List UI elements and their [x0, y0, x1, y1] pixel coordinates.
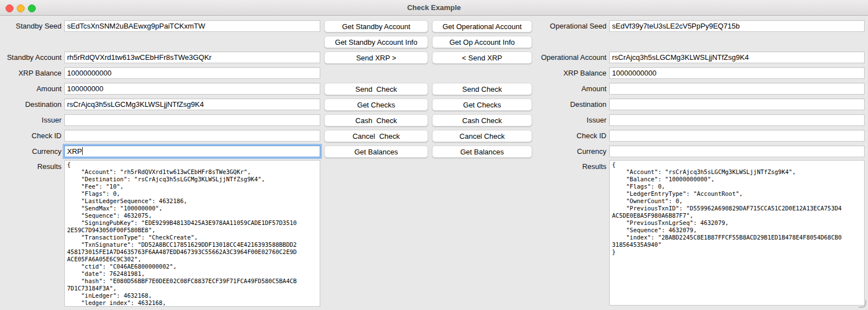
operational-currency-label: Currency	[520, 145, 606, 157]
standby-seed-label: Standby Seed	[0, 20, 61, 32]
operational-results-textarea[interactable]: { "Account": "rsCrAjcq3h5sLGCMg3KLWSLjjN…	[609, 160, 865, 306]
standby-check-id-label: Check ID	[0, 130, 61, 142]
standby-results-textarea[interactable]: { "Account": "rh5rRdQVXrd1tw613wCEbHFr8s…	[64, 160, 320, 307]
operational-check-id-label: Check ID	[520, 130, 606, 142]
operational-cash-check-button[interactable]: Cash Check	[432, 114, 532, 126]
send-xrp-left-button[interactable]: < Send XRP	[432, 51, 532, 64]
standby-cancel-check-button[interactable]: Cancel Check	[324, 130, 428, 142]
get-operational-account-button[interactable]: Get Operational Account	[432, 20, 532, 32]
standby-destination-label: Destination	[0, 98, 61, 110]
standby-amount-input[interactable]: 100000000	[64, 83, 320, 95]
standby-get-checks-button[interactable]: Get Checks	[324, 98, 428, 111]
operational-issuer-label: Issuer	[520, 114, 606, 126]
operational-get-checks-button[interactable]: Get Checks	[432, 98, 532, 111]
standby-amount-label: Amount	[0, 83, 61, 95]
standby-currency-input[interactable]: XRP	[64, 145, 320, 157]
text-cursor	[82, 147, 83, 155]
app-window: Check Example Standby Seed sEdTcsXnSNM2u…	[0, 0, 868, 310]
standby-xrp-balance-label: XRP Balance	[0, 67, 61, 79]
standby-destination-input[interactable]: rsCrAjcq3h5sLGCMg3KLWSLjjNTfZsg9K4	[64, 98, 320, 110]
window-resize-grip[interactable]	[858, 300, 866, 308]
operational-send-check-button[interactable]: Send Check	[432, 83, 532, 95]
operational-seed-input[interactable]: sEdVf39y7teU3sLE2cV5PpPy9EQ715b	[609, 20, 865, 32]
operational-destination-input[interactable]	[609, 98, 865, 110]
window-title: Check Example	[0, 0, 868, 15]
titlebar: Check Example	[0, 0, 868, 16]
standby-send-check-button[interactable]: Send Check	[324, 83, 428, 95]
standby-issuer-label: Issuer	[0, 114, 61, 126]
standby-currency-label: Currency	[0, 145, 61, 157]
operational-seed-label: Operational Seed	[520, 20, 606, 32]
standby-currency-value: XRP	[67, 147, 82, 156]
operational-check-id-input[interactable]	[609, 130, 865, 142]
operational-amount-label: Amount	[520, 83, 606, 95]
standby-xrp-balance-input[interactable]: 10000000000	[64, 67, 320, 79]
standby-issuer-input[interactable]	[64, 114, 320, 126]
standby-cash-check-button[interactable]: Cash Check	[324, 114, 428, 126]
operational-account-input[interactable]: rsCrAjcq3h5sLGCMg3KLWSLjjNTfZsg9K4	[609, 51, 865, 63]
standby-check-id-input[interactable]	[64, 130, 320, 142]
standby-results-label: Results	[0, 161, 61, 172]
operational-results-label: Results	[520, 161, 606, 172]
standby-account-label: Standby Account	[0, 51, 61, 63]
operational-destination-label: Destination	[520, 98, 606, 110]
operational-get-balances-button[interactable]: Get Balances	[432, 145, 532, 158]
get-standby-account-button[interactable]: Get Standby Account	[324, 20, 428, 32]
standby-account-input[interactable]: rh5rRdQVXrd1tw613wCEbHFr8sTWe3GQKr	[64, 51, 320, 63]
standby-seed-input[interactable]: sEdTcsXnSNM2uBAEwxg9pPaiTCKxmTW	[64, 20, 320, 32]
operational-xrp-balance-label: XRP Balance	[520, 67, 606, 79]
send-xrp-right-button[interactable]: Send XRP >	[324, 51, 428, 64]
operational-currency-input[interactable]	[609, 145, 865, 157]
operational-xrp-balance-input[interactable]: 10000000000	[609, 67, 865, 79]
standby-get-balances-button[interactable]: Get Balances	[324, 145, 428, 158]
operational-amount-input[interactable]	[609, 83, 865, 95]
operational-account-label: Operational Account	[520, 51, 606, 63]
operational-cancel-check-button[interactable]: Cancel Check	[432, 130, 532, 142]
get-standby-account-info-button[interactable]: Get Standby Account Info	[324, 36, 428, 48]
operational-issuer-input[interactable]	[609, 114, 865, 126]
get-op-account-info-button[interactable]: Get Op Account Info	[432, 36, 532, 48]
